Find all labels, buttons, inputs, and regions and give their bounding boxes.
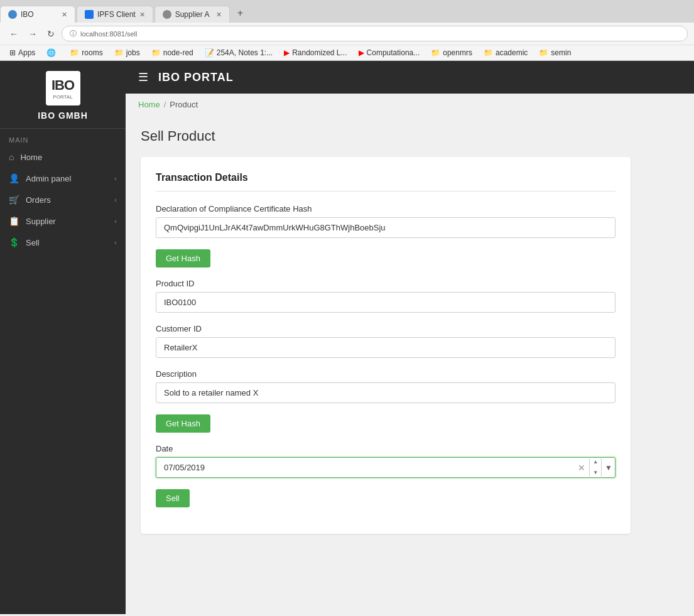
bookmark-randomized-label: Randomized L... bbox=[292, 48, 347, 57]
new-tab-button[interactable]: + bbox=[231, 4, 249, 23]
date-group: Date ✕ ▲ ▼ ▼ bbox=[156, 444, 615, 478]
sidebar-logo: IBO PORTAL bbox=[46, 71, 80, 105]
tab-ipfs-favicon bbox=[85, 10, 94, 19]
tab-ipfs-title: IPFS Client bbox=[97, 10, 136, 19]
254a-doc-icon: 📝 bbox=[205, 48, 214, 57]
address-url: localhost:8081/sell bbox=[80, 30, 138, 38]
customer-id-input[interactable] bbox=[156, 337, 615, 358]
reload-button[interactable]: ↻ bbox=[44, 28, 58, 40]
sidebar-brand: IBO PORTAL IBO GMBH bbox=[0, 61, 126, 129]
tab-supplier-favicon bbox=[163, 10, 171, 19]
bookmarks-bar: ⊞ Apps 🌐 📁 rooms 📁 jobs 📁 node-red 📝 254… bbox=[0, 45, 694, 60]
sidebar-section-label: MAIN bbox=[0, 129, 126, 146]
page-body: Sell Product Transaction Details Declara… bbox=[126, 116, 694, 546]
bookmark-computational[interactable]: ▶ Computationa... bbox=[354, 47, 425, 58]
bookmark-computational-label: Computationa... bbox=[367, 48, 420, 57]
description-group: Description bbox=[156, 369, 615, 403]
node-red-folder-icon: 📁 bbox=[151, 48, 161, 57]
tab-ibo[interactable]: IBO ✕ bbox=[0, 6, 75, 23]
sell-chevron-icon: ‹ bbox=[114, 239, 117, 246]
sidebar-item-admin-panel[interactable]: 👤 Admin panel ‹ bbox=[0, 168, 126, 189]
sidebar-orders-label: Orders bbox=[26, 195, 51, 205]
randomized-video-icon: ▶ bbox=[284, 48, 290, 57]
address-bar: ← → ↻ ⓘ localhost:8081/sell bbox=[0, 23, 694, 45]
sidebar-item-supplier[interactable]: 📋 Supplier ‹ bbox=[0, 210, 126, 232]
logo-text: IBO PORTAL bbox=[52, 77, 74, 100]
page-title: Sell Product bbox=[141, 128, 679, 144]
sidebar-admin-label: Admin panel bbox=[26, 174, 71, 183]
get-hash-1-group: Get Hash bbox=[156, 249, 615, 267]
bookmark-semin-label: semin bbox=[551, 48, 571, 57]
compliance-input[interactable] bbox=[156, 217, 615, 238]
bookmark-node-red-label: node-red bbox=[163, 48, 193, 57]
transaction-card: Transaction Details Declaration of Compl… bbox=[141, 157, 631, 534]
breadcrumb-home-link[interactable]: Home bbox=[138, 100, 160, 109]
bookmark-apps-label: Apps bbox=[18, 48, 35, 57]
product-id-label: Product ID bbox=[156, 279, 615, 288]
sidebar-item-orders[interactable]: 🛒 Orders ‹ bbox=[0, 189, 126, 210]
bookmark-jobs[interactable]: 📁 jobs bbox=[110, 47, 144, 58]
product-id-input[interactable] bbox=[156, 292, 615, 313]
home-icon: ⌂ bbox=[9, 152, 14, 162]
hamburger-icon[interactable]: ☰ bbox=[138, 70, 148, 84]
bookmark-apps[interactable]: ⊞ Apps bbox=[5, 47, 40, 58]
description-input[interactable] bbox=[156, 382, 615, 403]
tab-ipfs[interactable]: IPFS Client ✕ bbox=[77, 6, 153, 23]
date-controls: ✕ ▲ ▼ ▼ bbox=[574, 457, 615, 478]
bookmark-academic-label: academic bbox=[496, 48, 528, 57]
bookmark-254a[interactable]: 📝 254A, Notes 1:... bbox=[200, 47, 277, 58]
get-hash-2-button[interactable]: Get Hash bbox=[156, 414, 210, 433]
main-content: ☰ IBO PORTAL Home / Product Sell Product… bbox=[126, 61, 694, 614]
bookmark-openmrs-label: openmrs bbox=[443, 48, 472, 57]
top-bar: ☰ IBO PORTAL bbox=[126, 61, 694, 94]
bookmark-semin[interactable]: 📁 semin bbox=[534, 47, 575, 58]
customer-id-group: Customer ID bbox=[156, 324, 615, 358]
bookmark-jobs-label: jobs bbox=[126, 48, 140, 57]
tab-ibo-close[interactable]: ✕ bbox=[62, 11, 67, 19]
sell-icon: 💲 bbox=[9, 237, 19, 247]
forward-button[interactable]: → bbox=[25, 28, 40, 40]
compliance-hash-group: Declaration of Compliance Certificate Ha… bbox=[156, 204, 615, 238]
back-button[interactable]: ← bbox=[6, 28, 21, 40]
get-hash-1-button[interactable]: Get Hash bbox=[156, 249, 210, 267]
tab-supplier-close[interactable]: ✕ bbox=[216, 11, 222, 19]
sidebar-item-sell[interactable]: 💲 Sell ‹ bbox=[0, 232, 126, 253]
academic-folder-icon: 📁 bbox=[484, 48, 493, 57]
orders-icon: 🛒 bbox=[9, 195, 19, 205]
jobs-folder-icon: 📁 bbox=[114, 48, 124, 57]
description-label: Description bbox=[156, 369, 615, 379]
date-clear-button[interactable]: ✕ bbox=[574, 463, 589, 473]
card-section-title: Transaction Details bbox=[156, 172, 615, 192]
tab-bar: IBO ✕ IPFS Client ✕ Supplier A ✕ + bbox=[0, 0, 694, 23]
bookmark-globe[interactable]: 🌐 bbox=[42, 47, 63, 58]
sidebar: IBO PORTAL IBO GMBH MAIN ⌂ Home 👤 Admin … bbox=[0, 61, 126, 614]
sell-button-group: Sell bbox=[156, 489, 615, 507]
apps-icon: ⊞ bbox=[9, 48, 16, 57]
date-dropdown-button[interactable]: ▼ bbox=[601, 457, 615, 478]
bookmark-randomized[interactable]: ▶ Randomized L... bbox=[279, 47, 351, 58]
bookmark-rooms-label: rooms bbox=[82, 48, 102, 57]
compliance-label: Declaration of Compliance Certificate Ha… bbox=[156, 204, 615, 213]
sidebar-supplier-label: Supplier bbox=[26, 217, 56, 226]
bookmark-academic[interactable]: 📁 academic bbox=[479, 47, 532, 58]
sidebar-item-home[interactable]: ⌂ Home bbox=[0, 146, 126, 168]
sidebar-home-label: Home bbox=[20, 153, 42, 162]
date-input[interactable] bbox=[156, 457, 615, 478]
orders-chevron-icon: ‹ bbox=[114, 196, 117, 203]
sell-button[interactable]: Sell bbox=[156, 489, 190, 507]
tab-supplier[interactable]: Supplier A ✕ bbox=[155, 6, 230, 23]
rooms-folder-icon: 📁 bbox=[70, 48, 79, 57]
address-field[interactable]: ⓘ localhost:8081/sell bbox=[62, 26, 688, 41]
computational-video-icon: ▶ bbox=[359, 48, 364, 57]
bookmark-rooms[interactable]: 📁 rooms bbox=[65, 47, 107, 58]
app-container: IBO PORTAL IBO GMBH MAIN ⌂ Home 👤 Admin … bbox=[0, 61, 694, 614]
bookmark-node-red[interactable]: 📁 node-red bbox=[147, 47, 198, 58]
bookmark-openmrs[interactable]: 📁 openmrs bbox=[426, 47, 477, 58]
date-spin-down-button[interactable]: ▼ bbox=[590, 468, 601, 478]
tab-ibo-favicon bbox=[8, 10, 17, 19]
semin-folder-icon: 📁 bbox=[539, 48, 548, 57]
openmrs-folder-icon: 📁 bbox=[431, 48, 440, 57]
tab-ipfs-close[interactable]: ✕ bbox=[139, 11, 145, 19]
bookmark-254a-label: 254A, Notes 1:... bbox=[217, 48, 273, 57]
date-spin-up-button[interactable]: ▲ bbox=[590, 457, 601, 468]
